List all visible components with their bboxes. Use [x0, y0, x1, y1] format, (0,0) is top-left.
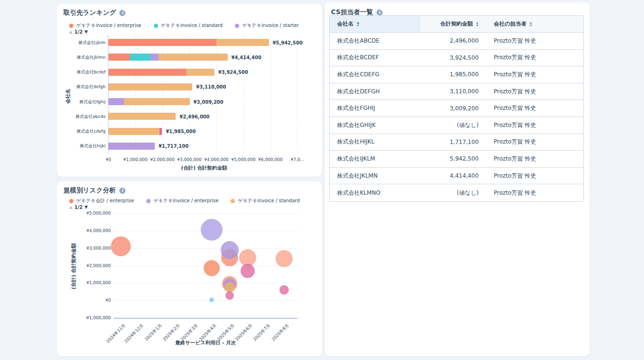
table-cell: Prozto芳賀 怜史 — [486, 151, 583, 167]
table-cell: 株式会社FGHIJ — [330, 100, 420, 117]
column-header-label: 会社の担当者 — [494, 20, 527, 27]
bar[interactable] — [108, 83, 192, 90]
legend-dot-icon — [69, 24, 73, 28]
data-bubble[interactable] — [201, 219, 223, 241]
bar[interactable] — [108, 69, 215, 76]
table-cell: Prozto芳賀 怜史 — [486, 117, 583, 134]
legend-page-down-icon[interactable]: ▼ — [85, 205, 88, 209]
ranking-legend: ゲキテキinvoice / enterpriseゲキテキinvoice / st… — [69, 22, 299, 29]
data-bubble[interactable] — [221, 241, 239, 259]
bar-category-label: 株式会社ijklm — [58, 39, 106, 45]
legend-dot-icon — [69, 199, 73, 203]
table-row[interactable]: 株式会社CDEFG1,985,000Prozto芳賀 怜史 — [330, 66, 583, 83]
table-cell: Prozto芳賀 怜史 — [486, 134, 583, 151]
table-cell: Prozto芳賀 怜史 — [486, 184, 583, 201]
table-row[interactable]: 株式会社FGHIJ3,009,200Prozto芳賀 怜史 — [330, 100, 583, 117]
bar[interactable] — [108, 54, 228, 61]
gridline — [114, 248, 297, 249]
bar-value-label: ¥5,942,500 — [273, 40, 303, 45]
data-bubble[interactable] — [111, 236, 131, 256]
table-row[interactable]: 株式会社DEFGH3,110,000Prozto芳賀 怜史 — [330, 83, 583, 100]
y-axis-tick-label: ¥5,000,000 — [66, 211, 111, 216]
legend-item-2[interactable]: ゲキテキinvoice / standard — [231, 198, 300, 204]
table-cell: 3,924,500 — [420, 50, 486, 66]
bar-segment — [108, 83, 192, 90]
bar-value-label: ¥3,110,000 — [196, 84, 226, 90]
info-icon[interactable]: i — [119, 188, 125, 194]
data-bubble[interactable] — [276, 250, 293, 267]
sort-caret-icon[interactable] — [529, 22, 532, 27]
bar[interactable] — [108, 113, 176, 120]
legend-item-0[interactable]: ゲキテキ会計 / enterprise — [69, 198, 134, 204]
legend-item-2[interactable]: ゲキテキinvoice / starter — [235, 22, 299, 29]
legend-label: ゲキテキinvoice / standard — [161, 22, 223, 29]
table-cell: 株式会社JKLMN — [330, 168, 420, 184]
bubble-chart-plot-area: ¥5,000,000¥4,000,000¥3,000,000¥2,000,000… — [114, 213, 297, 318]
x-axis-tick-label: ¥7,0... — [276, 157, 319, 162]
bar-segment — [108, 113, 176, 120]
sort-caret-icon[interactable] — [476, 22, 479, 27]
info-icon[interactable]: i — [376, 9, 383, 16]
bar-value-label: ¥4,414,400 — [232, 54, 261, 60]
column-header-0[interactable]: 会社名 — [330, 16, 420, 32]
gridline — [162, 35, 163, 153]
bar[interactable] — [108, 128, 162, 135]
bar-category-label: 株式会社hijkl — [58, 143, 106, 149]
bubble-chart-x-axis-title: 最終サービス利用日 - 月次 — [175, 340, 236, 346]
data-bubble[interactable] — [225, 291, 234, 300]
column-header-1[interactable]: 合計契約金額 — [420, 16, 486, 32]
table-row[interactable]: 株式会社BCDEF3,924,500Prozto芳賀 怜史 — [330, 50, 583, 67]
table-cell: 3,009,200 — [420, 100, 486, 117]
bar-value-label: ¥3,924,500 — [218, 70, 248, 75]
info-icon[interactable]: i — [119, 10, 125, 16]
table-row[interactable]: 株式会社HIJKL1,717,100Prozto芳賀 怜史 — [330, 134, 583, 151]
table-cell: Prozto芳賀 怜史 — [486, 50, 583, 66]
legend-page-up-icon[interactable]: ▲ — [69, 30, 72, 34]
bar-value-label: ¥1,717,100 — [159, 144, 188, 149]
data-bubble[interactable] — [204, 260, 220, 276]
legend-item-0[interactable]: ゲキテキinvoice / enterprise — [69, 22, 142, 29]
table-cell: Prozto芳賀 怜史 — [486, 168, 583, 184]
bar-segment — [108, 39, 216, 46]
table-cell: Prozto芳賀 怜史 — [486, 83, 583, 100]
risk-legend-pager: ▲ 1/2 ▼ — [69, 205, 88, 210]
data-bubble[interactable] — [279, 285, 289, 295]
bar-segment — [108, 128, 160, 135]
bar[interactable] — [108, 39, 269, 46]
ranking-chart-card: 取引先ランキング i ゲキテキinvoice / enterpriseゲキテキi… — [57, 4, 322, 177]
ranking-legend-pager: ▲ 1/2 ▼ — [69, 29, 88, 35]
legend-page-up-icon[interactable]: ▲ — [69, 205, 72, 209]
cs-table: 会社名合計契約金額会社の担当者株式会社ABCDE2,496,000Prozto芳… — [329, 15, 584, 202]
column-header-label: 会社名 — [337, 20, 354, 27]
y-axis-tick-label: -¥1,000,000 — [66, 315, 111, 320]
gridline — [114, 213, 297, 214]
table-cell: 株式会社BCDEF — [330, 50, 420, 66]
table-row[interactable]: 株式会社IJKLM5,942,500Prozto芳賀 怜史 — [330, 151, 583, 168]
data-bubble[interactable] — [241, 264, 255, 278]
gridline — [114, 300, 297, 301]
bar-category-label: 株式会社bcdef — [58, 69, 106, 75]
table-row[interactable]: 株式会社JKLMN4,414,400Prozto芳賀 怜史 — [330, 168, 583, 185]
table-cell: 株式会社GHIJK — [330, 117, 420, 134]
x-axis-tick-label: 2025年7月 — [252, 323, 272, 342]
bar[interactable] — [108, 143, 155, 150]
legend-item-1[interactable]: ゲキテキinvoice / enterprise — [146, 198, 219, 204]
table-cell: 2,496,000 — [420, 33, 486, 49]
gridline — [297, 35, 298, 153]
table-row[interactable]: 株式会社GHIJK(値なし)Prozto芳賀 怜史 — [330, 117, 583, 134]
x-axis-tick-label: 2025年6月 — [234, 323, 254, 342]
data-bubble[interactable] — [209, 297, 214, 302]
legend-dot-icon — [146, 199, 151, 203]
table-row[interactable]: 株式会社KLMNO(値なし)Prozto芳賀 怜史 — [330, 184, 583, 201]
legend-page-down-icon[interactable]: ▼ — [85, 30, 88, 34]
bar-value-label: ¥3,009,200 — [194, 99, 224, 104]
y-axis-tick-label: ¥0 — [66, 298, 111, 303]
x-axis-line — [114, 318, 297, 319]
sort-caret-icon[interactable] — [357, 22, 359, 27]
bar[interactable] — [108, 98, 190, 105]
table-cell: 株式会社DEFGH — [330, 83, 420, 100]
column-header-2[interactable]: 会社の担当者 — [486, 16, 583, 32]
legend-item-1[interactable]: ゲキテキinvoice / standard — [154, 22, 223, 29]
dashboard-page: { "page": { "background": "#f0f4f8" }, "… — [0, 0, 644, 360]
table-row[interactable]: 株式会社ABCDE2,496,000Prozto芳賀 怜史 — [330, 33, 583, 50]
